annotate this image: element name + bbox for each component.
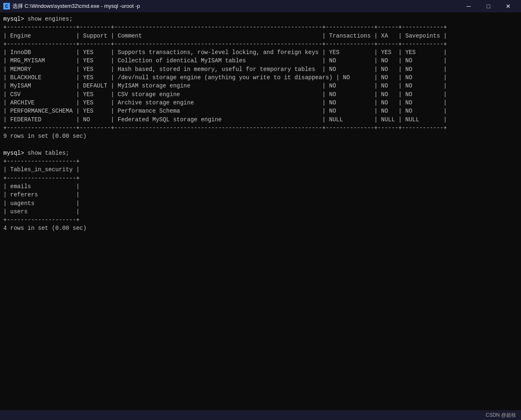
terminal-window[interactable]: mysql> show engines; +------------------… bbox=[0, 12, 521, 410]
title-bar-left: C 选择 C:\Windows\system32\cmd.exe - mysql… bbox=[3, 2, 140, 10]
window-title: 选择 C:\Windows\system32\cmd.exe - mysql -… bbox=[12, 2, 140, 10]
title-bar: C 选择 C:\Windows\system32\cmd.exe - mysql… bbox=[0, 0, 521, 12]
app-icon: C bbox=[3, 3, 10, 9]
status-bar: CSDN @超枝 bbox=[0, 410, 521, 420]
title-bar-controls: ─ □ ✕ bbox=[459, 0, 518, 12]
minimize-button[interactable]: ─ bbox=[459, 0, 478, 12]
maximize-button[interactable]: □ bbox=[479, 0, 498, 12]
close-button[interactable]: ✕ bbox=[499, 0, 518, 12]
terminal-output: mysql> show engines; +------------------… bbox=[0, 15, 521, 241]
status-label: CSDN @超枝 bbox=[486, 412, 516, 419]
